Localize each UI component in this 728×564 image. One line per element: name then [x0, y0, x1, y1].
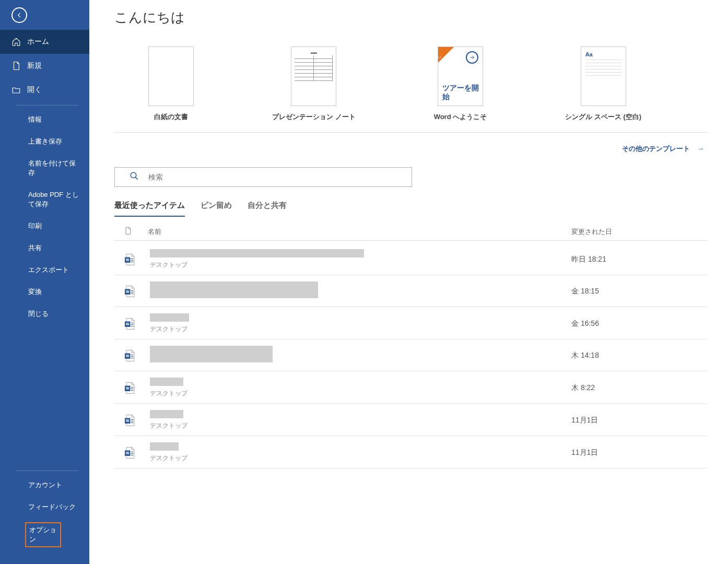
list-item[interactable]: Wデスクトップ金 16:56: [114, 307, 707, 339]
page-title: こんにちは: [114, 8, 707, 27]
doc-info: デスクトップ: [150, 249, 571, 269]
doc-header-icon: [124, 226, 132, 237]
sidebar-item-save[interactable]: 上書き保存: [0, 131, 89, 152]
word-doc-icon: W: [121, 446, 138, 459]
doc-info: [150, 281, 571, 301]
sidebar-item-feedback[interactable]: フィードバック: [0, 496, 89, 518]
search-icon: [130, 171, 139, 183]
doc-info: デスクトップ: [150, 442, 571, 463]
doc-location: デスクトップ: [150, 261, 571, 269]
list-header: 名前 変更された日: [114, 222, 707, 241]
doc-date: 金 18:15: [571, 287, 707, 296]
main-content: こんにちは 白紙の文書 ■■■■ プレゼンテーション ノート: [89, 0, 728, 564]
template-label: プレゼンテーション ノート: [272, 112, 356, 122]
template-label: 白紙の文書: [154, 112, 188, 122]
doc-location: デスクトップ: [150, 389, 571, 398]
template-thumb: Aa: [581, 46, 626, 106]
sidebar-item-open[interactable]: 開く: [0, 78, 89, 102]
doc-name-redacted: [150, 313, 189, 322]
template-single-space[interactable]: Aa シングル スペース (空白): [565, 46, 641, 122]
doc-info: デスクトップ: [150, 313, 571, 334]
options-highlight: オプション: [25, 522, 61, 547]
template-gallery: 白紙の文書 ■■■■ プレゼンテーション ノート 新しい: [114, 46, 707, 122]
sidebar-item-export[interactable]: エクスポート: [0, 259, 89, 281]
tab-pinned[interactable]: ピン留め: [201, 201, 232, 217]
sidebar-label-home: ホーム: [27, 37, 49, 46]
template-thumb: 新しい ツアーを開始: [438, 46, 483, 106]
sidebar: ホーム 新規 開く 情報 上書き保存 名前を付けて保存 Adobe PDF とし…: [0, 0, 89, 564]
sidebar-item-info[interactable]: 情報: [0, 109, 89, 131]
tour-arrow-icon: [466, 51, 478, 64]
sidebar-item-transform[interactable]: 変換: [0, 281, 89, 303]
list-item[interactable]: Wデスクトップ昨日 18:21: [114, 243, 707, 275]
sidebar-item-account[interactable]: アカウント: [0, 474, 89, 496]
sidebar-item-adobepdf[interactable]: Adobe PDF として保存: [0, 184, 89, 215]
word-doc-icon: W: [121, 382, 138, 394]
search-input[interactable]: [148, 173, 405, 181]
doc-date: 木 14:18: [571, 351, 707, 360]
svg-text:W: W: [126, 451, 130, 455]
doc-name-redacted: [150, 249, 364, 257]
doc-info: デスクトップ: [150, 410, 571, 430]
more-templates-link[interactable]: その他のテンプレート →: [114, 132, 707, 154]
list-item[interactable]: Wデスクトップ木 8:22: [114, 371, 707, 404]
word-doc-icon: W: [121, 349, 138, 362]
doc-location: デスクトップ: [150, 325, 571, 334]
template-thumb: ■■■■: [291, 46, 336, 106]
doc-name-redacted: [150, 378, 183, 386]
folder-open-icon: [11, 85, 21, 95]
sidebar-item-home[interactable]: ホーム: [0, 30, 89, 54]
search-box[interactable]: [114, 167, 412, 187]
svg-point-0: [131, 172, 136, 178]
svg-text:W: W: [126, 258, 130, 262]
template-blank[interactable]: 白紙の文書: [148, 46, 194, 122]
recent-list: Wデスクトップ昨日 18:21W金 18:15Wデスクトップ金 16:56W木 …: [114, 243, 707, 468]
new-badge-icon: 新しい: [438, 47, 454, 63]
doc-name-redacted: [150, 410, 183, 418]
sidebar-label-new: 新規: [27, 61, 42, 70]
doc-date: 昨日 18:21: [571, 255, 707, 264]
doc-date: 金 16:56: [571, 319, 707, 328]
doc-name-redacted: [150, 346, 273, 362]
sidebar-item-options[interactable]: オプション: [0, 521, 89, 548]
sidebar-item-share[interactable]: 共有: [0, 237, 89, 259]
svg-text:W: W: [126, 354, 130, 358]
recent-tabs: 最近使ったアイテム ピン留め 自分と共有: [114, 201, 707, 217]
sidebar-item-new[interactable]: 新規: [0, 54, 89, 78]
template-notes[interactable]: ■■■■ プレゼンテーション ノート: [272, 46, 356, 122]
col-name[interactable]: 名前: [148, 227, 571, 237]
sidebar-item-saveas[interactable]: 名前を付けて保存: [0, 152, 89, 184]
tab-shared[interactable]: 自分と共有: [248, 201, 287, 217]
col-date[interactable]: 変更された日: [571, 227, 707, 237]
word-doc-icon: W: [121, 285, 138, 298]
doc-date: 木 8:22: [571, 383, 707, 393]
doc-info: [150, 346, 571, 366]
doc-location: デスクトップ: [150, 421, 571, 430]
doc-info: デスクトップ: [150, 378, 571, 398]
doc-name-redacted: [150, 442, 179, 451]
svg-text:W: W: [126, 322, 130, 326]
sidebar-item-print[interactable]: 印刷: [0, 215, 89, 237]
back-button[interactable]: [5, 3, 33, 27]
list-item[interactable]: Wデスクトップ11月1日: [114, 436, 707, 468]
new-doc-icon: [11, 61, 21, 70]
doc-name-redacted: [150, 281, 318, 298]
list-item[interactable]: W金 18:15: [114, 275, 707, 307]
doc-location: デスクトップ: [150, 454, 571, 463]
svg-text:W: W: [126, 419, 130, 422]
svg-text:W: W: [126, 386, 130, 390]
back-arrow-icon: [11, 7, 27, 23]
home-icon: [11, 37, 21, 46]
list-item[interactable]: Wデスクトップ11月1日: [114, 404, 707, 436]
doc-date: 11月1日: [571, 416, 707, 425]
template-label: Word へようこそ: [434, 112, 487, 122]
sidebar-label-open: 開く: [27, 85, 42, 95]
word-doc-icon: W: [121, 253, 138, 266]
template-welcome[interactable]: 新しい ツアーを開始 Word へようこそ: [434, 46, 487, 122]
template-thumb: [148, 46, 194, 106]
arrow-right-icon: →: [697, 145, 704, 152]
sidebar-item-close[interactable]: 閉じる: [0, 303, 89, 325]
tab-recent[interactable]: 最近使ったアイテム: [114, 201, 185, 217]
template-label: シングル スペース (空白): [565, 112, 641, 122]
list-item[interactable]: W木 14:18: [114, 339, 707, 371]
